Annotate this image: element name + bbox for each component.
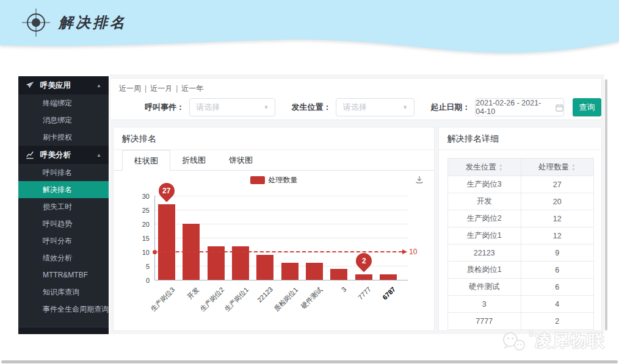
bar[interactable] — [158, 204, 175, 280]
call-event-label: 呼叫事件： — [145, 102, 184, 113]
caret-up-icon: ▲ — [96, 83, 101, 88]
sort-icon[interactable]: ▲▼ — [499, 163, 503, 171]
bar-chart: 051015202530生产岗位3开发生产岗位2生产岗位122123质检岗位1硬… — [114, 188, 435, 332]
table-cell: 6 — [521, 279, 594, 296]
sidebar-item[interactable]: 呼叫趋势 — [18, 215, 109, 232]
sidebar-item[interactable]: 事件全生命周期查询 — [18, 301, 109, 318]
table-column-header[interactable]: 处理数量▲▼ — [521, 159, 594, 176]
y-axis-tick-label: 25 — [126, 207, 150, 214]
sidebar-item[interactable]: 终端绑定 — [18, 95, 109, 112]
line-chart-icon — [26, 151, 35, 160]
table-row: 34 — [448, 296, 594, 313]
chat-bubbles-icon — [501, 330, 527, 352]
table-cell: 质检岗位1 — [448, 262, 521, 279]
sidebar-item[interactable]: 损失工时 — [18, 198, 109, 215]
crosshair-logo-icon — [22, 9, 50, 37]
markline-arrow-icon — [402, 249, 407, 254]
bar[interactable] — [281, 263, 299, 280]
table-row: 硬件测试6 — [448, 279, 594, 296]
sidebar-menu: 呼美应用▲终端绑定消息绑定刷卡授权呼美分析▲呼叫排名解决排名损失工时呼叫趋势呼叫… — [18, 76, 109, 318]
chart-type-tab[interactable]: 饼状图 — [217, 150, 264, 170]
sidebar-section-header[interactable]: 呼美应用▲ — [18, 76, 109, 95]
call-event-select[interactable]: 请选择 ▼ — [189, 98, 275, 116]
table-row: 生产岗位112 — [448, 227, 594, 244]
table-cell: 生产岗位2 — [448, 210, 521, 227]
sidebar-item[interactable]: 知识库查询 — [18, 284, 109, 301]
date-range-input[interactable]: 2021-02-26 - 2021-04-10 — [475, 98, 564, 116]
gridline — [154, 196, 408, 196]
sidebar-item[interactable]: 绩效分析 — [18, 249, 109, 266]
sidebar-section-header[interactable]: 呼美分析▲ — [18, 146, 109, 164]
table-header-row: 发生位置▲▼处理数量▲▼ — [448, 159, 594, 176]
table-column-header[interactable]: 发生位置▲▼ — [448, 159, 521, 176]
download-icon[interactable] — [414, 175, 424, 185]
send-icon — [26, 81, 35, 90]
chart-panel-title: 解决排名 — [114, 127, 434, 150]
table-cell: 3 — [448, 296, 521, 313]
sidebar-item[interactable]: 解决排名 — [18, 181, 109, 198]
table-row: 生产岗位327 — [448, 176, 594, 193]
bar[interactable] — [330, 269, 347, 280]
location-select[interactable]: 请选择 ▼ — [336, 98, 414, 116]
legend-label[interactable]: 处理数量 — [269, 175, 298, 185]
x-axis-category-label: 生产岗位3 — [149, 285, 177, 313]
table-cell: 12 — [521, 210, 594, 227]
app-window: 解决排名 呼美应用▲终端绑定消息绑定刷卡授权呼美分析▲呼叫排名解决排名损失工时呼… — [0, 0, 619, 364]
chevron-down-icon: ▼ — [402, 104, 408, 110]
quick-range-group: 近一周|近一月|近一年 — [119, 84, 203, 94]
quick-range-link[interactable]: 近一周 — [119, 84, 141, 93]
y-axis-tick-label: 0 — [126, 277, 150, 284]
table-cell: 6 — [521, 262, 594, 279]
table-cell: 20 — [521, 193, 594, 210]
watermark-text: 凌犀物联 — [535, 330, 606, 352]
chart-type-tab[interactable]: 折线图 — [170, 150, 217, 170]
caret-up-icon: ▲ — [96, 152, 101, 158]
bar[interactable] — [256, 255, 273, 280]
sidebar-item[interactable]: 消息绑定 — [18, 112, 109, 129]
table-cell: 22123 — [448, 244, 521, 262]
chart-panel: 解决排名 柱状图折线图饼状图 处理数量 051015202530生产岗位3开发生… — [113, 127, 435, 331]
markline-dashed — [157, 251, 402, 252]
quick-range-separator: | — [176, 84, 178, 93]
calendar-icon — [556, 104, 563, 112]
y-axis-line — [154, 196, 155, 280]
table-cell: 开发 — [448, 193, 521, 210]
page-header-banner: 解决排名 — [0, 0, 619, 59]
sidebar: 呼美应用▲终端绑定消息绑定刷卡授权呼美分析▲呼叫排名解决排名损失工时呼叫趋势呼叫… — [18, 76, 109, 334]
x-axis-category-label: 质检岗位1 — [272, 285, 300, 313]
sidebar-item[interactable]: 呼叫排名 — [18, 164, 109, 181]
search-button[interactable]: 查询 — [573, 98, 601, 116]
chart-type-tab[interactable]: 柱状图 — [122, 150, 170, 171]
call-event-placeholder: 请选择 — [196, 102, 264, 113]
sidebar-section-label: 呼美分析 — [40, 150, 71, 160]
x-axis-category-label: 7777 — [357, 285, 372, 301]
sidebar-item[interactable]: 呼叫分布 — [18, 232, 109, 249]
quick-range-link[interactable]: 近一年 — [181, 84, 203, 93]
sidebar-item[interactable]: MTTR&MTBF — [18, 266, 109, 284]
y-axis-tick-label: 10 — [126, 249, 150, 256]
x-axis-category-label: 22123 — [256, 285, 274, 304]
table-cell: 生产岗位3 — [448, 176, 521, 193]
legend-swatch — [250, 176, 265, 184]
bar[interactable] — [306, 263, 323, 280]
vertical-scrollbar[interactable] — [605, 79, 607, 330]
sort-icon[interactable]: ▲▼ — [571, 163, 576, 171]
table-row: 77772 — [448, 313, 594, 330]
sidebar-item[interactable]: 刷卡授权 — [18, 129, 109, 146]
location-label: 发生位置： — [291, 102, 331, 113]
bar[interactable] — [355, 274, 372, 280]
y-axis-tick-label: 15 — [126, 235, 150, 242]
sidebar-footer — [18, 327, 109, 334]
markline-start-dot — [153, 250, 157, 254]
quick-range-link[interactable]: 近一月 — [150, 84, 172, 93]
page-title: 解决排名 — [59, 13, 127, 32]
table-row: 生产岗位212 — [448, 210, 594, 227]
table-row: 开发20 — [448, 193, 594, 210]
x-axis-category-label: 硬件测试 — [299, 285, 325, 311]
table-cell: 12 — [521, 227, 594, 244]
bar[interactable] — [380, 274, 397, 280]
bottom-edge — [1, 360, 618, 363]
x-axis-category-label: 生产岗位1 — [223, 285, 251, 313]
location-placeholder: 请选择 — [342, 102, 402, 113]
detail-table: 发生位置▲▼处理数量▲▼ 生产岗位327开发20生产岗位212生产岗位11222… — [447, 158, 594, 331]
